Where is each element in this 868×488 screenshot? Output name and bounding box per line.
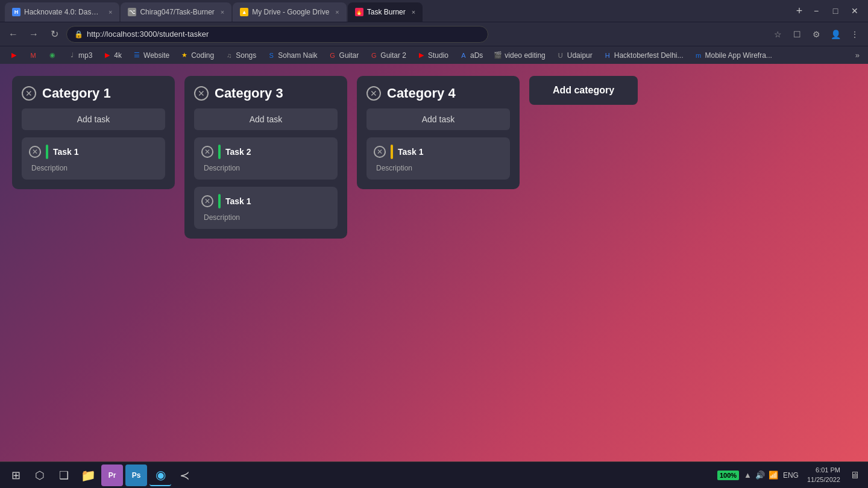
tabs-row: HHacknovate 4.0: Dashboard | De...×⌥Chir…	[5, 0, 791, 22]
bookmark-bm3[interactable]: ◉	[43, 49, 61, 61]
task-close-icon[interactable]: ✕	[374, 146, 386, 158]
reload-button[interactable]: ↻	[46, 26, 63, 43]
taskbar-app-vscode[interactable]: ≺	[174, 465, 195, 486]
bookmark-label: 4k	[114, 51, 122, 60]
bookmark-bm10[interactable]: GGuitar	[324, 49, 364, 61]
bookmark-bm5[interactable]: ▶4k	[98, 49, 127, 61]
bookmark-bm1[interactable]: ▶	[5, 49, 23, 61]
back-button[interactable]: ←	[5, 26, 22, 43]
menu-button[interactable]: ⋮	[846, 26, 863, 43]
clock[interactable]: 6:01 PM11/25/2022	[804, 465, 844, 486]
browser-tab-tab4[interactable]: 🔥Task Burner×	[348, 2, 423, 22]
url-box[interactable]: 🔒 http://localhost:3000/student-tasker	[66, 26, 488, 43]
bookmark-favicon: H	[603, 51, 612, 60]
bookmark-bm6[interactable]: ☰Website	[128, 49, 174, 61]
browser-window: HHacknovate 4.0: Dashboard | De...×⌥Chir…	[0, 0, 868, 488]
bookmark-bm16[interactable]: HHacktoberfest Delhi...	[599, 49, 688, 61]
taskbar-app-chrome[interactable]: ◉	[149, 465, 171, 486]
bookmarks-more[interactable]: »	[852, 49, 863, 61]
bookmark-label: Songs	[236, 51, 256, 60]
bookmark-favicon: m	[694, 51, 703, 60]
volume-icon[interactable]: 🔊	[755, 471, 765, 480]
taskbar-windows[interactable]: ⊞	[5, 465, 27, 486]
bookmark-this-button[interactable]: ☆	[769, 26, 786, 43]
tab-close-icon[interactable]: ×	[335, 8, 339, 16]
task-color-bar	[218, 145, 221, 159]
bookmark-label: Guitar	[339, 51, 359, 60]
category-title: Category 3	[215, 86, 283, 101]
bookmarks-bar: ▶M◉♩mp3▶4k☰Website★Coding♫SongsSSoham Na…	[0, 46, 868, 64]
tab-label: Chirag047/Task-Burner	[140, 8, 214, 16]
forward-button[interactable]: →	[25, 26, 42, 43]
category-close-icon[interactable]: ✕	[194, 86, 209, 101]
date-display: 11/25/2022	[807, 475, 840, 484]
profile-button[interactable]: 👤	[827, 26, 844, 43]
close-button[interactable]: ✕	[846, 2, 863, 19]
task-card-t1: ✕Task 1Description	[22, 137, 165, 180]
bookmark-label: video editing	[505, 51, 545, 60]
bookmark-bm12[interactable]: ▶Studio	[412, 49, 453, 61]
taskbar-app-files[interactable]: 📁	[77, 465, 99, 486]
bookmark-bm14[interactable]: 🎬video editing	[489, 49, 550, 61]
task-close-icon[interactable]: ✕	[201, 146, 213, 158]
tab-favicon: ⌥	[128, 8, 136, 16]
cast-button[interactable]: ☐	[788, 26, 805, 43]
task-name: Task 1	[53, 147, 79, 157]
tab-close-icon[interactable]: ×	[412, 8, 415, 16]
add-task-button[interactable]: Add task	[22, 108, 165, 130]
bookmark-label: Website	[143, 51, 169, 60]
add-category-button[interactable]: Add category	[529, 76, 638, 105]
taskbar-app-photoshop[interactable]: Ps	[125, 465, 147, 486]
extensions-button[interactable]: ⚙	[808, 26, 825, 43]
notification-button[interactable]: 🖥	[846, 467, 863, 484]
maximize-button[interactable]: □	[827, 2, 844, 19]
bookmark-bm17[interactable]: mMobile App Wirefra...	[690, 49, 777, 61]
add-task-button[interactable]: Add task	[366, 108, 510, 130]
bookmark-bm2[interactable]: M	[24, 49, 42, 61]
task-card-t3: ✕Task 1Description	[194, 187, 338, 229]
bookmark-label: mp3	[78, 51, 92, 60]
task-close-icon[interactable]: ✕	[29, 146, 41, 158]
tab-favicon: ▲	[240, 8, 248, 16]
task-color-bar	[46, 145, 48, 159]
category-title: Category 1	[42, 86, 111, 101]
bookmark-favicon: ♩	[68, 51, 76, 60]
bookmark-favicon: ♫	[225, 51, 233, 60]
taskbar-sys-icons: ▲🔊📶	[744, 471, 778, 480]
taskbar-app-premiere[interactable]: Pr	[101, 465, 123, 486]
category-close-icon[interactable]: ✕	[22, 86, 36, 101]
tab-favicon: 🔥	[355, 8, 363, 16]
bookmark-bm8[interactable]: ♫Songs	[220, 49, 261, 61]
bookmark-bm11[interactable]: GGuitar 2	[365, 49, 411, 61]
network-icon[interactable]: 📶	[769, 471, 778, 480]
category-header: ✕Category 4	[366, 86, 510, 101]
minimize-button[interactable]: −	[808, 2, 825, 19]
browser-tab-tab3[interactable]: ▲My Drive - Google Drive×	[233, 2, 346, 22]
task-description: Description	[201, 164, 330, 172]
task-name: Task 1	[225, 196, 251, 206]
category-close-icon[interactable]: ✕	[366, 86, 381, 101]
tab-close-icon[interactable]: ×	[221, 8, 224, 16]
category-title: Category 4	[387, 86, 456, 101]
taskbar-taskview[interactable]: ❑	[53, 465, 75, 486]
browser-tab-tab2[interactable]: ⌥Chirag047/Task-Burner×	[121, 2, 231, 22]
new-tab-button[interactable]: +	[791, 2, 808, 19]
window-controls: − □ ✕	[808, 2, 863, 19]
taskbar-search[interactable]: ⬡	[29, 465, 51, 486]
bookmark-bm15[interactable]: UUdaipur	[552, 49, 597, 61]
bookmark-label: Studio	[428, 51, 448, 60]
tab-close-icon[interactable]: ×	[108, 8, 112, 16]
add-task-button[interactable]: Add task	[194, 108, 338, 130]
bookmark-label: Hacktoberfest Delhi...	[614, 51, 684, 60]
bookmark-favicon: A	[459, 51, 468, 60]
task-description: Description	[201, 213, 330, 222]
bookmark-bm9[interactable]: SSoham Naik	[262, 49, 322, 61]
chevron-up-icon[interactable]: ▲	[744, 471, 752, 480]
task-header: ✕Task 1	[29, 145, 158, 159]
browser-tab-tab1[interactable]: HHacknovate 4.0: Dashboard | De...×	[5, 2, 119, 22]
task-close-icon[interactable]: ✕	[201, 195, 213, 207]
bookmark-bm13[interactable]: AaDs	[454, 49, 488, 61]
bookmark-bm4[interactable]: ♩mp3	[63, 49, 97, 61]
bookmark-bm7[interactable]: ★Coding	[175, 49, 219, 61]
task-color-bar	[391, 145, 393, 159]
